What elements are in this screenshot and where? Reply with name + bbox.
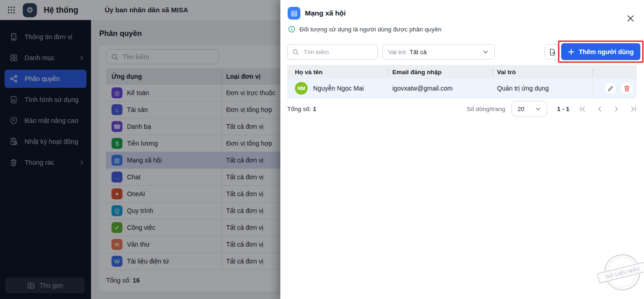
- first-page-icon[interactable]: [579, 106, 586, 112]
- rows-per-page-value: 20: [517, 106, 524, 112]
- user-name: Nguyễn Ngọc Mai: [313, 85, 364, 92]
- modal-backdrop[interactable]: [0, 0, 280, 299]
- search-icon: [292, 49, 299, 56]
- info-icon: [288, 25, 295, 33]
- role-filter-dropdown[interactable]: Vai trò: Tất cả: [382, 44, 495, 60]
- col-header-role: Vai trò: [492, 65, 593, 79]
- col-header-email: Email đăng nhập: [388, 65, 492, 79]
- chevron-down-icon: [482, 49, 489, 55]
- user-total-label: Tổng số:: [287, 106, 311, 112]
- user-search-box[interactable]: [287, 44, 378, 60]
- rows-per-page-select[interactable]: 20: [512, 101, 547, 117]
- add-user-button[interactable]: Thêm người dùng: [561, 43, 640, 60]
- add-user-label: Thêm người dùng: [579, 48, 634, 56]
- col-header-name: Họ và tên: [287, 65, 388, 79]
- user-email: igovxatw@gmail.com: [388, 79, 492, 98]
- chevron-down-icon: [535, 106, 541, 112]
- app-permission-panel: ▤ Mạng xã hội Đối tượng sử dụng là người…: [280, 0, 644, 299]
- page-range: 1 - 1: [557, 106, 569, 112]
- close-icon[interactable]: [626, 14, 635, 23]
- user-total-value: 1: [313, 106, 317, 112]
- user-role: Quản trị ứng dụng: [492, 79, 593, 98]
- export-users-button[interactable]: [544, 44, 560, 60]
- rows-per-page-label: Số dòng/trang: [467, 106, 505, 112]
- plus-icon: [568, 49, 574, 55]
- panel-title: Mạng xã hội: [305, 9, 346, 17]
- user-table: Họ và tên Email đăng nhập Vai trò NM Ngu…: [287, 65, 637, 98]
- user-table-footer: Tổng số:1 Số dòng/trang 20 1 - 1: [287, 101, 637, 117]
- delete-user-icon[interactable]: [620, 82, 633, 95]
- social-network-app-icon: ▤: [288, 7, 300, 20]
- user-table-header: Họ và tên Email đăng nhập Vai trò: [287, 65, 637, 79]
- info-banner: Đối tượng sử dụng là người dùng được phâ…: [288, 25, 441, 33]
- info-text: Đối tượng sử dụng là người dùng được phâ…: [299, 26, 441, 33]
- user-row[interactable]: NM Nguyễn Ngọc Mai igovxatw@gmail.com Qu…: [287, 79, 637, 98]
- edit-user-icon[interactable]: [604, 82, 617, 95]
- user-search-input[interactable]: [303, 48, 373, 56]
- role-filter-value: Tất cả: [410, 49, 427, 56]
- sample-data-watermark: DỮ LIỆU MẪU: [593, 248, 644, 299]
- next-page-icon[interactable]: [613, 106, 620, 112]
- user-total: Tổng số:1: [287, 106, 316, 112]
- col-header-actions: [593, 65, 637, 79]
- previous-page-icon[interactable]: [596, 106, 603, 112]
- avatar: NM: [295, 82, 308, 95]
- role-filter-label: Vai trò:: [388, 49, 407, 56]
- last-page-icon[interactable]: [630, 106, 637, 112]
- screen: ⚙ Hệ thống Ủy ban nhân dân xã MISA Thông…: [0, 0, 644, 299]
